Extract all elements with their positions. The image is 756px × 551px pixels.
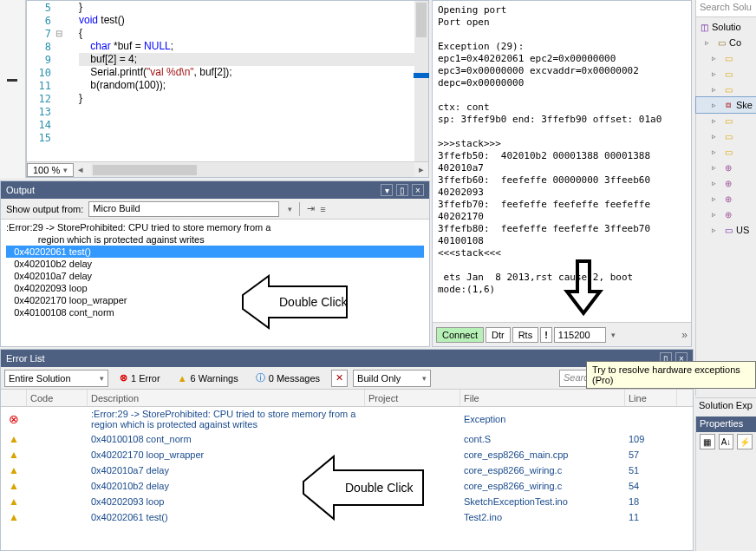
dropdown-icon[interactable]: ▾: [381, 184, 393, 196]
bp-marker[interactable]: [7, 79, 17, 82]
output-find-icon[interactable]: ⇥: [307, 203, 315, 214]
solution-item[interactable]: ▹▭: [696, 82, 756, 97]
output-title-bar[interactable]: Output ▾ ▯ ×: [1, 181, 429, 199]
solution-item[interactable]: ▹⊕: [696, 160, 756, 175]
filter-x-icon: ✕: [336, 372, 343, 384]
solution-item[interactable]: ▹⊕: [696, 191, 756, 207]
error-row[interactable]: ⊗:Error:29 -> StoreProhibited: CPU tried…: [1, 407, 693, 431]
solution-explorer-tab[interactable]: Solution Exp: [695, 397, 756, 413]
solution-item[interactable]: ▹▭: [696, 66, 756, 82]
serial-toolbar: Connect Dtr Rts ! 115200 ▾ »: [433, 322, 691, 346]
serial-menu-icon[interactable]: »: [681, 329, 688, 341]
solution-item[interactable]: ▹▭Co: [696, 35, 756, 50]
editor-v-scrollbar[interactable]: [414, 1, 428, 161]
build-intellisense-select[interactable]: Build Only▾: [353, 370, 431, 387]
zoom-level[interactable]: 100 %▾: [27, 163, 74, 177]
solution-tree[interactable]: ◫ Solutio ▹▭Co▹▭▹▭▹▭▹⧈Ske▹▭▹▭▹▭▹⊕▹⊕▹⊕▹⊕▹…: [696, 17, 756, 239]
solution-item[interactable]: ▹▭: [696, 144, 756, 160]
error-row[interactable]: ▲0x40202093 loopSketchExceptionTest.ino1…: [1, 494, 693, 509]
output-select-caret-icon[interactable]: ▾: [288, 205, 292, 213]
solution-explorer: Search Solu ◫ Solutio ▹▭Co▹▭▹▭▹▭▹⧈Ske▹▭▹…: [695, 0, 756, 396]
output-title: Output: [6, 185, 35, 195]
annotation-down-arrow: [562, 257, 605, 318]
output-panel: Output ▾ ▯ × Show output from: Micro Bui…: [0, 180, 430, 347]
error-icon: ⊗: [120, 372, 127, 384]
properties-toolbar: ▦ A↓ ⚡: [696, 432, 756, 451]
scroll-left-icon[interactable]: ◂: [74, 163, 88, 177]
solution-item[interactable]: ▹⊕: [696, 207, 756, 222]
warning-icon: ▲: [178, 373, 187, 384]
solution-icon: ◫: [698, 21, 710, 33]
output-text[interactable]: :Error:29 -> StoreProhibited: CPU tried …: [1, 220, 429, 343]
error-row[interactable]: ▲0x402010a7 delaycore_esp8266_wiring.c51: [1, 462, 693, 478]
connect-button[interactable]: Connect: [436, 327, 484, 343]
solution-item[interactable]: ▹⊕: [696, 175, 756, 191]
output-from-label: Show output from:: [6, 204, 83, 214]
clear-filter-button[interactable]: ✕: [331, 370, 348, 387]
close-icon[interactable]: ×: [412, 184, 424, 196]
solution-root[interactable]: ◫ Solutio: [696, 19, 756, 35]
alpha-sort-icon[interactable]: A↓: [719, 434, 734, 449]
pin-icon[interactable]: ▯: [396, 184, 408, 196]
errorlist-title: Error List: [6, 353, 45, 364]
scroll-right-icon[interactable]: ▸: [414, 163, 428, 177]
code-body[interactable]: }void test(){ char *buf = NULL; buf[2] =…: [79, 1, 428, 160]
error-row[interactable]: ▲0x40202061 test()Test2.ino11: [1, 509, 693, 525]
categorize-icon[interactable]: ▦: [700, 434, 715, 449]
messages-filter[interactable]: ⓘ0 Messages: [250, 370, 326, 387]
solution-item[interactable]: ▹▭: [696, 128, 756, 144]
line-gutter: 567⊟89101112131415: [27, 1, 70, 160]
errors-filter[interactable]: ⊗1 Error: [114, 370, 166, 387]
scope-select[interactable]: Entire Solution▾: [4, 370, 108, 387]
tooltip: Try to resolve hardware exceptions (Pro): [586, 361, 756, 389]
rts-button[interactable]: Rts: [512, 327, 539, 343]
errorlist-rows[interactable]: ⊗:Error:29 -> StoreProhibited: CPU tried…: [1, 407, 693, 525]
output-clear-icon[interactable]: ≡: [320, 204, 325, 214]
baud-select[interactable]: 115200: [554, 327, 606, 343]
error-row[interactable]: ▲0x40202170 loop_wrappercore_esp8266_mai…: [1, 447, 693, 462]
solution-item[interactable]: ▹▭US: [696, 222, 756, 238]
error-row[interactable]: ▲0x402010b2 delaycore_esp8266_wiring.c54: [1, 478, 693, 494]
editor-h-scrollbar[interactable]: [91, 163, 414, 177]
solution-item[interactable]: ▹⧈Ske: [696, 97, 756, 113]
properties-title: Properties: [696, 417, 756, 432]
properties-panel: Properties ▦ A↓ ⚡: [695, 417, 756, 551]
solution-item[interactable]: ▹▭: [696, 113, 756, 128]
error-row[interactable]: ▲0x40100108 cont_normcont.S109: [1, 431, 693, 447]
exception-button[interactable]: !: [540, 327, 552, 343]
editor-status-bar: 100 %▾ ◂ ▸: [27, 161, 428, 177]
baud-dropdown-icon[interactable]: ▾: [611, 331, 616, 339]
events-icon[interactable]: ⚡: [737, 434, 753, 449]
output-source-select[interactable]: Micro Build: [88, 201, 279, 217]
solution-search[interactable]: Search Solu: [696, 0, 756, 17]
warnings-filter[interactable]: ▲6 Warnings: [172, 370, 244, 387]
output-toolbar: Show output from: Micro Build ▾ ⇥ ≡: [1, 199, 429, 220]
code-editor[interactable]: 567⊟89101112131415 }void test(){ char *b…: [26, 0, 429, 178]
solution-item[interactable]: ▹▭: [696, 50, 756, 66]
info-icon: ⓘ: [256, 371, 265, 384]
solution-root-label: Solutio: [712, 22, 741, 32]
dtr-button[interactable]: Dtr: [486, 327, 511, 343]
errorlist-header[interactable]: Code Description Project File Line: [1, 390, 693, 407]
